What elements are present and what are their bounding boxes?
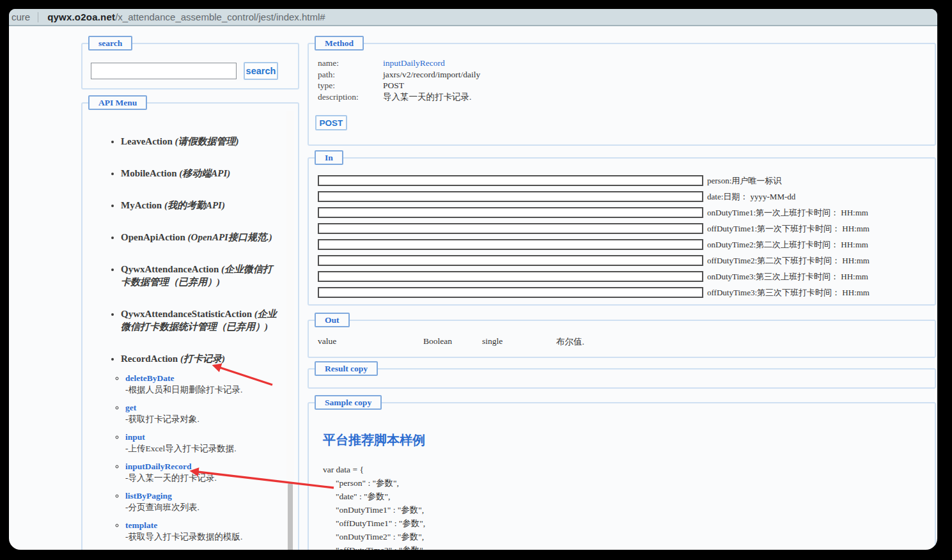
in-label-date: date:日期： yyyy-MM-dd — [707, 191, 795, 203]
method-link[interactable]: input — [125, 432, 145, 442]
action-name: RecordAction — [121, 354, 178, 364]
sample-copy-panel: Sample copy 平台推荐脚本样例 var data = { "perso… — [308, 402, 936, 550]
record-method-list: deleteByDate -根据人员和日期删除打卡记录. get -获取打卡记录… — [121, 373, 279, 543]
in-row-offdutytime1: offDutyTime1:第一次下班打卡时间： HH:mm — [318, 221, 935, 237]
code-line: var data = { — [323, 463, 935, 476]
in-row-ondutytime3: onDutyTime3:第三次上班打卡时间： HH:mm — [318, 268, 935, 284]
url-host: qywx.o2oa.net — [47, 12, 115, 22]
api-action-qywxattendanceaction[interactable]: QywxAttendanceAction (企业微信打卡数据管理（已弃用）) — [121, 263, 279, 288]
in-field-date[interactable] — [318, 191, 703, 202]
method-link[interactable]: deleteByDate — [125, 373, 174, 383]
in-label-offdutytime3: offDutyTime3:第三次下班打卡时间： HH:mm — [707, 287, 870, 299]
api-action-myaction[interactable]: MyAction (我的考勤API) — [121, 199, 279, 212]
menu-scrollbar-track[interactable] — [286, 111, 294, 550]
sample-title: 平台推荐脚本样例 — [323, 432, 935, 449]
api-menu-scroll-area[interactable]: LeaveAction (请假数据管理) MobileAction (移动端AP… — [82, 104, 298, 550]
api-action-mobileaction[interactable]: MobileAction (移动端API) — [121, 167, 279, 180]
method-link[interactable]: get — [125, 403, 136, 412]
method-panel: Method name: inputDailyRecord path: jaxr… — [308, 43, 936, 146]
method-link[interactable]: listByPaging — [125, 491, 172, 501]
in-label-ondutytime2: onDutyTime2:第二次上班打卡时间： HH:mm — [707, 239, 868, 251]
method-desc: -获取打卡记录对象. — [125, 414, 279, 425]
method-detail-rows: name: inputDailyRecord path: jaxrs/v2/re… — [309, 44, 935, 102]
method-type-value: POST — [383, 80, 404, 91]
action-name: QywxAttendanceAction — [121, 264, 219, 274]
api-action-openapiaction[interactable]: OpenApiAction (OpenAPI接口规范.) — [121, 231, 279, 244]
action-name: QywxAttendanceStatisticAction — [121, 309, 252, 319]
out-type: Boolean — [423, 336, 482, 348]
result-copy-panel: Result copy — [308, 368, 936, 389]
api-action-qywxattendancestatisticaction[interactable]: QywxAttendanceStatisticAction (企业微信打卡数据统… — [121, 307, 279, 333]
api-action-list: LeaveAction (请假数据管理) MobileAction (移动端AP… — [82, 135, 279, 543]
action-desc: (打卡记录) — [180, 354, 225, 364]
in-field-ondutytime3[interactable] — [318, 271, 703, 282]
sample-copy-legend: Sample copy — [315, 395, 382, 410]
method-template: template -获取导入打卡记录数据的模版. — [125, 520, 279, 543]
search-button[interactable]: search — [244, 62, 278, 80]
in-row-ondutytime2: onDutyTime2:第二次上班打卡时间： HH:mm — [318, 237, 935, 253]
sample-code: var data = { "person" : "参数", "date" : "… — [323, 463, 935, 550]
browser-window: cure qywx.o2oa.net/x_attendance_assemble… — [9, 9, 937, 550]
api-action-leaveaction[interactable]: LeaveAction (请假数据管理) — [121, 135, 279, 148]
in-row-ondutytime1: onDutyTime1:第一次上班打卡时间： HH:mm — [318, 205, 935, 221]
method-type-label: type: — [318, 80, 383, 91]
action-desc: (移动端API) — [179, 168, 230, 178]
post-execute-button[interactable]: POST — [315, 115, 347, 130]
method-path-value: jaxrs/v2/record/import/daily — [383, 69, 480, 81]
in-field-offdutytime1[interactable] — [318, 223, 703, 234]
browser-address-bar[interactable]: cure qywx.o2oa.net/x_attendance_assemble… — [9, 9, 937, 26]
url-path: /x_attendance_assemble_control/jest/inde… — [115, 12, 325, 22]
in-row-person: person:用户唯一标识 — [318, 173, 935, 189]
code-line: "offDutyTime2" : "参数", — [323, 543, 935, 550]
in-row-offdutytime2: offDutyTime2:第二次下班打卡时间： HH:mm — [318, 253, 935, 268]
in-label-offdutytime1: offDutyTime1:第一次下班打卡时间： HH:mm — [707, 223, 870, 235]
method-link[interactable]: inputDailyRecord — [125, 462, 192, 471]
action-desc: (OpenAPI接口规范.) — [188, 232, 272, 242]
method-link[interactable]: template — [125, 520, 157, 530]
in-field-ondutytime2[interactable] — [318, 239, 703, 250]
in-panel: In person:用户唯一标识 date:日期： yyyy-MM-dd onD… — [308, 157, 936, 306]
method-listbypaging: listByPaging -分页查询班次列表. — [125, 490, 279, 513]
method-desc: -上传Excel导入打卡记录数据. — [125, 443, 279, 455]
in-label-ondutytime3: onDutyTime3:第三次上班打卡时间： HH:mm — [707, 271, 868, 283]
api-action-recordaction[interactable]: RecordAction (打卡记录) deleteByDate -根据人员和日… — [121, 352, 279, 543]
search-input[interactable] — [91, 63, 237, 79]
method-name-value[interactable]: inputDailyRecord — [383, 58, 445, 69]
security-indicator: cure — [9, 12, 30, 22]
method-desc: -根据人员和日期删除打卡记录. — [125, 384, 279, 396]
action-name: MyAction — [121, 200, 162, 210]
method-deletebydate: deleteByDate -根据人员和日期删除打卡记录. — [125, 373, 279, 396]
action-name: OpenApiAction — [121, 232, 185, 242]
result-copy-legend: Result copy — [315, 361, 378, 376]
method-panel-legend: Method — [315, 36, 364, 51]
in-row-date: date:日期： yyyy-MM-dd — [318, 189, 935, 205]
in-field-ondutytime1[interactable] — [318, 207, 703, 218]
out-panel-legend: Out — [315, 313, 350, 327]
action-name: MobileAction — [121, 168, 177, 178]
address-bar-divider — [38, 12, 38, 22]
out-cardinality: single — [482, 336, 556, 348]
in-field-person[interactable] — [318, 175, 703, 186]
code-line: "person" : "参数", — [323, 476, 935, 490]
action-name: LeaveAction — [121, 136, 173, 146]
url-text[interactable]: qywx.o2oa.net/x_attendance_assemble_cont… — [47, 12, 325, 22]
in-field-rows: person:用户唯一标识 date:日期： yyyy-MM-dd onDuty… — [309, 159, 935, 300]
code-line: "offDutyTime1" : "参数", — [323, 517, 935, 530]
method-type-row: type: POST — [318, 80, 935, 91]
in-label-offdutytime2: offDutyTime2:第二次下班打卡时间： HH:mm — [707, 255, 870, 267]
menu-scrollbar-thumb[interactable] — [288, 483, 293, 550]
search-panel-legend: search — [88, 36, 132, 51]
in-label-person: person:用户唯一标识 — [707, 175, 781, 187]
in-field-offdutytime2[interactable] — [318, 255, 703, 266]
method-desc: -导入某一天的打卡记录. — [125, 472, 279, 484]
method-description-row: description: 导入某一天的打卡记录. — [318, 91, 935, 103]
method-description-value: 导入某一天的打卡记录. — [383, 91, 471, 103]
search-panel: search search — [81, 43, 299, 89]
out-desc: 布尔值. — [556, 336, 584, 348]
method-desc: -获取导入打卡记录数据的模版. — [125, 531, 279, 543]
method-name-label: name: — [318, 58, 383, 69]
in-field-offdutytime3[interactable] — [318, 287, 703, 298]
method-path-row: path: jaxrs/v2/record/import/daily — [318, 69, 935, 81]
method-name-row: name: inputDailyRecord — [318, 58, 935, 69]
code-line: "onDutyTime2" : "参数", — [323, 530, 935, 543]
